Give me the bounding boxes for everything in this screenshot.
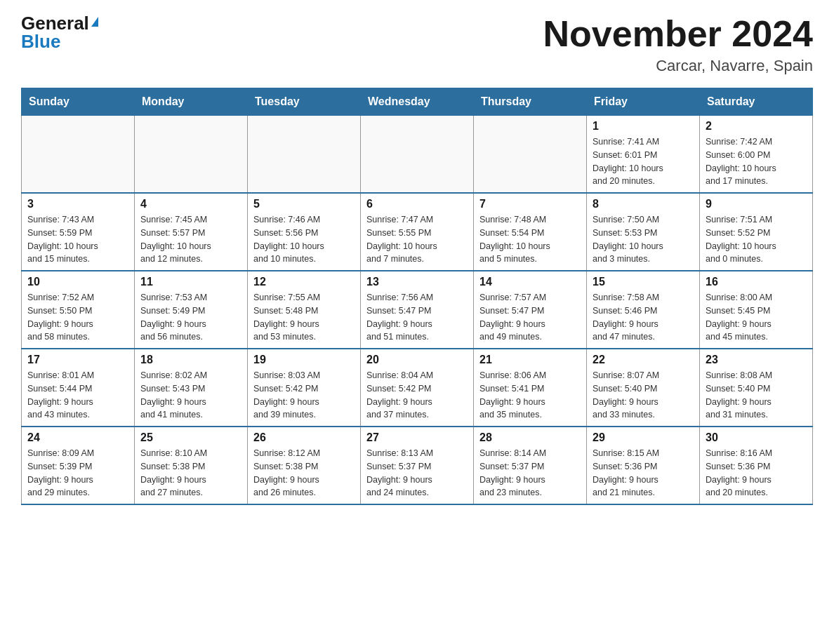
day-number: 5 [253, 198, 355, 210]
calendar-cell: 29Sunrise: 8:15 AM Sunset: 5:36 PM Dayli… [587, 427, 700, 504]
calendar-cell: 3Sunrise: 7:43 AM Sunset: 5:59 PM Daylig… [22, 193, 135, 271]
day-number: 20 [366, 354, 468, 366]
day-info: Sunrise: 7:56 AM Sunset: 5:47 PM Dayligh… [366, 291, 468, 344]
calendar-cell: 4Sunrise: 7:45 AM Sunset: 5:57 PM Daylig… [135, 193, 248, 271]
calendar-week-1: 1Sunrise: 7:41 AM Sunset: 6:01 PM Daylig… [22, 116, 813, 194]
day-info: Sunrise: 7:58 AM Sunset: 5:46 PM Dayligh… [593, 291, 694, 344]
calendar-cell: 13Sunrise: 7:56 AM Sunset: 5:47 PM Dayli… [361, 271, 474, 349]
calendar-cell: 21Sunrise: 8:06 AM Sunset: 5:41 PM Dayli… [474, 349, 587, 427]
day-info: Sunrise: 8:16 AM Sunset: 5:36 PM Dayligh… [706, 447, 807, 499]
day-number: 29 [593, 431, 694, 444]
calendar-cell: 22Sunrise: 8:07 AM Sunset: 5:40 PM Dayli… [587, 349, 700, 427]
calendar-cell: 25Sunrise: 8:10 AM Sunset: 5:38 PM Dayli… [135, 427, 248, 504]
calendar-cell: 17Sunrise: 8:01 AM Sunset: 5:44 PM Dayli… [22, 349, 135, 427]
calendar-week-3: 10Sunrise: 7:52 AM Sunset: 5:50 PM Dayli… [22, 271, 813, 349]
day-info: Sunrise: 8:03 AM Sunset: 5:42 PM Dayligh… [253, 369, 355, 422]
logo-general-text: General [21, 14, 89, 32]
calendar-cell: 28Sunrise: 8:14 AM Sunset: 5:37 PM Dayli… [474, 427, 587, 504]
day-number: 3 [27, 198, 128, 210]
calendar-cell: 11Sunrise: 7:53 AM Sunset: 5:49 PM Dayli… [135, 271, 248, 349]
day-number: 28 [479, 431, 581, 444]
day-info: Sunrise: 8:00 AM Sunset: 5:45 PM Dayligh… [706, 291, 807, 344]
calendar-cell: 1Sunrise: 7:41 AM Sunset: 6:01 PM Daylig… [587, 116, 700, 194]
day-info: Sunrise: 8:15 AM Sunset: 5:36 PM Dayligh… [593, 447, 694, 499]
day-number: 24 [27, 431, 128, 444]
calendar-cell: 24Sunrise: 8:09 AM Sunset: 5:39 PM Dayli… [22, 427, 135, 504]
title-block: November 2024 Carcar, Navarre, Spain [543, 14, 813, 75]
day-number: 25 [140, 431, 241, 444]
day-number: 10 [27, 276, 128, 288]
day-info: Sunrise: 7:52 AM Sunset: 5:50 PM Dayligh… [27, 291, 128, 344]
day-number: 27 [366, 431, 468, 444]
day-info: Sunrise: 8:02 AM Sunset: 5:43 PM Dayligh… [140, 369, 241, 422]
day-info: Sunrise: 8:08 AM Sunset: 5:40 PM Dayligh… [706, 369, 807, 422]
logo: General Blue [21, 14, 98, 51]
day-info: Sunrise: 8:04 AM Sunset: 5:42 PM Dayligh… [366, 369, 468, 422]
day-info: Sunrise: 8:01 AM Sunset: 5:44 PM Dayligh… [27, 369, 128, 422]
day-info: Sunrise: 7:50 AM Sunset: 5:53 PM Dayligh… [593, 213, 694, 266]
logo-blue-text: Blue [21, 32, 60, 51]
calendar-cell: 14Sunrise: 7:57 AM Sunset: 5:47 PM Dayli… [474, 271, 587, 349]
day-number: 14 [479, 276, 581, 288]
day-number: 16 [706, 276, 807, 288]
calendar-header-friday: Friday [587, 88, 700, 116]
day-number: 15 [593, 276, 694, 288]
calendar-cell: 27Sunrise: 8:13 AM Sunset: 5:37 PM Dayli… [361, 427, 474, 504]
calendar-header-wednesday: Wednesday [361, 88, 474, 116]
calendar-cell: 18Sunrise: 8:02 AM Sunset: 5:43 PM Dayli… [135, 349, 248, 427]
day-number: 19 [253, 354, 355, 366]
day-info: Sunrise: 8:14 AM Sunset: 5:37 PM Dayligh… [479, 447, 581, 499]
calendar-week-4: 17Sunrise: 8:01 AM Sunset: 5:44 PM Dayli… [22, 349, 813, 427]
day-number: 22 [593, 354, 694, 366]
day-number: 12 [253, 276, 355, 288]
day-info: Sunrise: 7:41 AM Sunset: 6:01 PM Dayligh… [593, 135, 694, 188]
day-info: Sunrise: 7:42 AM Sunset: 6:00 PM Dayligh… [706, 135, 807, 188]
calendar-cell [474, 116, 587, 194]
day-info: Sunrise: 8:10 AM Sunset: 5:38 PM Dayligh… [140, 447, 241, 499]
calendar-cell [22, 116, 135, 194]
day-info: Sunrise: 7:48 AM Sunset: 5:54 PM Dayligh… [479, 213, 581, 266]
day-number: 30 [706, 431, 807, 444]
day-info: Sunrise: 7:47 AM Sunset: 5:55 PM Dayligh… [366, 213, 468, 266]
calendar-title: November 2024 [543, 14, 813, 54]
calendar-subtitle: Carcar, Navarre, Spain [543, 57, 813, 75]
calendar-cell: 30Sunrise: 8:16 AM Sunset: 5:36 PM Dayli… [700, 427, 813, 504]
day-number: 8 [593, 198, 694, 210]
day-info: Sunrise: 7:51 AM Sunset: 5:52 PM Dayligh… [706, 213, 807, 266]
calendar-header-row: SundayMondayTuesdayWednesdayThursdayFrid… [22, 88, 813, 116]
day-number: 13 [366, 276, 468, 288]
calendar-cell: 26Sunrise: 8:12 AM Sunset: 5:38 PM Dayli… [248, 427, 361, 504]
day-number: 21 [479, 354, 581, 366]
day-number: 23 [706, 354, 807, 366]
day-number: 17 [27, 354, 128, 366]
day-number: 4 [140, 198, 241, 210]
calendar-header-saturday: Saturday [700, 88, 813, 116]
calendar-cell: 23Sunrise: 8:08 AM Sunset: 5:40 PM Dayli… [700, 349, 813, 427]
day-number: 11 [140, 276, 241, 288]
calendar-cell: 16Sunrise: 8:00 AM Sunset: 5:45 PM Dayli… [700, 271, 813, 349]
calendar-cell: 9Sunrise: 7:51 AM Sunset: 5:52 PM Daylig… [700, 193, 813, 271]
day-info: Sunrise: 8:12 AM Sunset: 5:38 PM Dayligh… [253, 447, 355, 499]
day-number: 6 [366, 198, 468, 210]
calendar-cell [135, 116, 248, 194]
day-number: 26 [253, 431, 355, 444]
page-header: General Blue November 2024 Carcar, Navar… [21, 14, 813, 75]
calendar-cell: 5Sunrise: 7:46 AM Sunset: 5:56 PM Daylig… [248, 193, 361, 271]
calendar-cell: 10Sunrise: 7:52 AM Sunset: 5:50 PM Dayli… [22, 271, 135, 349]
calendar-cell [361, 116, 474, 194]
day-number: 7 [479, 198, 581, 210]
calendar-header-tuesday: Tuesday [248, 88, 361, 116]
calendar-header-thursday: Thursday [474, 88, 587, 116]
calendar-header-sunday: Sunday [22, 88, 135, 116]
calendar-table: SundayMondayTuesdayWednesdayThursdayFrid… [21, 88, 813, 505]
day-info: Sunrise: 7:45 AM Sunset: 5:57 PM Dayligh… [140, 213, 241, 266]
day-number: 9 [706, 198, 807, 210]
calendar-cell: 7Sunrise: 7:48 AM Sunset: 5:54 PM Daylig… [474, 193, 587, 271]
day-number: 18 [140, 354, 241, 366]
calendar-week-5: 24Sunrise: 8:09 AM Sunset: 5:39 PM Dayli… [22, 427, 813, 504]
calendar-cell: 12Sunrise: 7:55 AM Sunset: 5:48 PM Dayli… [248, 271, 361, 349]
calendar-cell: 20Sunrise: 8:04 AM Sunset: 5:42 PM Dayli… [361, 349, 474, 427]
day-info: Sunrise: 7:43 AM Sunset: 5:59 PM Dayligh… [27, 213, 128, 266]
calendar-cell: 15Sunrise: 7:58 AM Sunset: 5:46 PM Dayli… [587, 271, 700, 349]
calendar-header-monday: Monday [135, 88, 248, 116]
